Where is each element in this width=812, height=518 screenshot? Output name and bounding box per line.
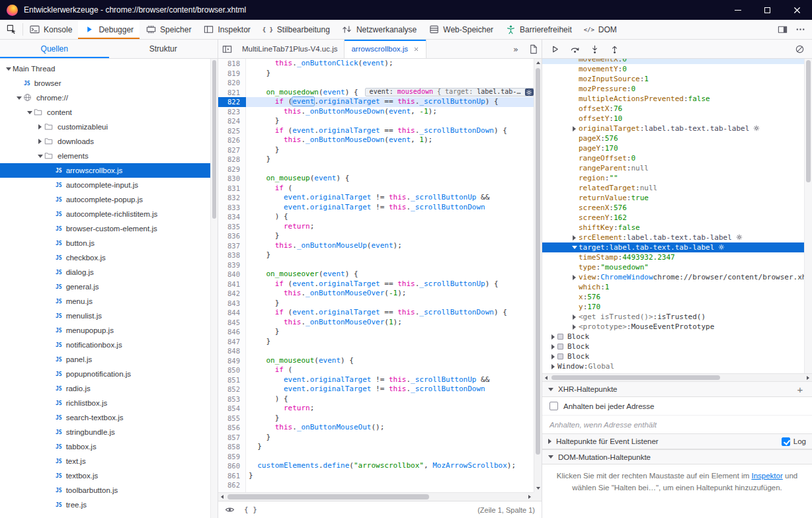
tool-tab-konsole[interactable]: Konsole: [23, 20, 78, 39]
scope-row-target[interactable]: target: label.tab-text.tab-label: [542, 242, 812, 252]
scope-row-movementy[interactable]: movementY: 0: [542, 64, 812, 74]
step-in-button[interactable]: [586, 41, 603, 57]
line-number[interactable]: 822: [218, 97, 246, 107]
inspector-link[interactable]: Inspektor: [751, 472, 782, 480]
scope-row-block[interactable]: Block: [542, 342, 812, 352]
scope-row-mozpressure[interactable]: mozPressure: 0: [542, 84, 812, 94]
tree-item-content[interactable]: content: [0, 105, 218, 120]
scope-row-prototype[interactable]: <prototype>: MouseEventPrototype: [542, 322, 812, 332]
tree-item-radio-js[interactable]: JSradio.js: [0, 381, 218, 396]
chevron-down-icon[interactable]: [36, 155, 44, 158]
sources-scrollbar[interactable]: [210, 59, 218, 518]
line-number[interactable]: 858: [218, 442, 246, 452]
scope-row-offsety[interactable]: offsetY: 10: [542, 114, 812, 124]
scope-row-shiftkey[interactable]: shiftKey: false: [542, 223, 812, 233]
editor-horizontal-scrollbar[interactable]: [218, 492, 534, 501]
chevron-right-icon[interactable]: [36, 124, 44, 130]
scope-row-region[interactable]: region: "": [542, 173, 812, 183]
line-number[interactable]: 850: [218, 365, 246, 375]
scope-row-relatedtarget[interactable]: relatedTarget: null: [542, 183, 812, 193]
tree-item-arrowscrollbox-js[interactable]: JSarrowscrollbox.js: [0, 163, 218, 178]
scope-row-mozinputsource[interactable]: mozInputSource: 1: [542, 74, 812, 84]
tree-item-textbox-js[interactable]: JStextbox.js: [0, 468, 218, 483]
source-tab-arrowscrollbox-js[interactable]: arrowscrollbox.js: [345, 40, 426, 58]
line-number[interactable]: 840: [218, 270, 246, 279]
tree-item-chrome[interactable]: chrome://: [0, 91, 218, 105]
scope-row-type[interactable]: type: "mousedown": [542, 262, 812, 272]
line-number[interactable]: 854: [218, 404, 246, 414]
line-number[interactable]: 836: [218, 231, 246, 241]
scope-row-get-istrusted[interactable]: <get isTrusted()>: isTrusted(): [542, 312, 812, 322]
tree-item-browser[interactable]: JSbrowser: [0, 76, 218, 91]
scope-row-srcelement[interactable]: srcElement: label.tab-text.tab-label: [542, 233, 812, 242]
tree-item-menulist-js[interactable]: JSmenulist.js: [0, 309, 218, 323]
line-number[interactable]: 826: [218, 135, 246, 145]
reveal-in-inspector-icon[interactable]: [753, 125, 760, 132]
line-number[interactable]: 859: [218, 452, 246, 462]
tab-quellen[interactable]: Quellen: [0, 40, 109, 58]
tool-tab-web-speicher[interactable]: Web-Speicher: [423, 20, 499, 39]
line-number[interactable]: 825: [218, 126, 246, 136]
line-number[interactable]: 819: [218, 69, 246, 79]
chevron-right-icon[interactable]: [570, 126, 579, 131]
line-number[interactable]: 832: [218, 193, 246, 203]
scope-row-pagey[interactable]: pageY: 170: [542, 143, 812, 153]
line-number[interactable]: 827: [218, 145, 246, 155]
devtools-menu-icon[interactable]: [795, 24, 805, 34]
line-number[interactable]: 841: [218, 279, 246, 289]
chevron-right-icon[interactable]: [570, 275, 579, 280]
chevron-down-icon[interactable]: [15, 96, 23, 100]
scrollbar-thumb[interactable]: [806, 60, 811, 182]
line-number[interactable]: 820: [218, 78, 246, 88]
line-number[interactable]: 824: [218, 116, 246, 126]
scope-row-block[interactable]: Block: [542, 352, 812, 361]
line-number[interactable]: 855: [218, 414, 246, 424]
scrollbar-thumb[interactable]: [227, 494, 429, 500]
chevron-down-icon[interactable]: [25, 111, 34, 114]
tab-struktur[interactable]: Struktur: [109, 40, 218, 58]
tool-tab-dom[interactable]: </>DOM: [578, 20, 623, 39]
line-number[interactable]: 831: [218, 184, 246, 194]
step-out-button[interactable]: [606, 41, 623, 57]
tree-item-panel-js[interactable]: JSpanel.js: [0, 352, 218, 367]
line-number[interactable]: 837: [218, 241, 246, 251]
tree-item-popupnotification-js[interactable]: JSpopupnotification.js: [0, 367, 218, 381]
chevron-right-icon[interactable]: [570, 314, 579, 320]
xhr-url-input[interactable]: Anhalten, wenn Adresse enthält: [542, 415, 812, 434]
pause-any-url-checkbox[interactable]: [549, 402, 558, 410]
tree-item-tree-js[interactable]: JStree.js: [0, 498, 218, 512]
tree-item-autocomplete-input-js[interactable]: JSautocomplete-input.js: [0, 178, 218, 192]
editor-vertical-scrollbar[interactable]: [534, 59, 542, 492]
source-options-button[interactable]: [524, 44, 542, 54]
add-xhr-breakpoint-button[interactable]: +: [794, 385, 806, 394]
scope-row-screeny[interactable]: screenY: 162: [542, 213, 812, 223]
tree-item-search-textbox-js[interactable]: JSsearch-textbox.js: [0, 410, 218, 425]
scopes-horizontal-scrollbar[interactable]: [542, 373, 812, 382]
tree-item-stringbundle-js[interactable]: JSstringbundle.js: [0, 425, 218, 439]
tree-item-checkbox-js[interactable]: JScheckbox.js: [0, 250, 218, 265]
minimize-button[interactable]: [723, 0, 752, 20]
scope-row-y[interactable]: y: 170: [542, 302, 812, 312]
xhr-breakpoints-header[interactable]: XHR-Haltepunkte +: [542, 382, 812, 397]
tool-tab-barrierefreiheit[interactable]: Barrierefreiheit: [499, 20, 578, 39]
reveal-in-inspector-icon[interactable]: [525, 89, 534, 96]
collapse-sources-button[interactable]: [218, 40, 235, 58]
scope-row-which[interactable]: which: 1: [542, 282, 812, 292]
scope-row-rangeoffset[interactable]: rangeOffset: 0: [542, 153, 812, 163]
tree-item-toolbarbutton-js[interactable]: JStoolbarbutton.js: [0, 483, 218, 498]
scrollbar-thumb[interactable]: [551, 375, 720, 380]
tree-item-general-js[interactable]: JSgeneral.js: [0, 279, 218, 294]
line-number[interactable]: 845: [218, 318, 246, 328]
line-number[interactable]: 835: [218, 222, 246, 232]
chevron-down-icon[interactable]: [570, 246, 579, 249]
line-number[interactable]: 849: [218, 356, 246, 366]
line-number[interactable]: 852: [218, 385, 246, 394]
chevron-right-icon[interactable]: [549, 364, 557, 369]
chevron-down-icon[interactable]: [4, 67, 13, 71]
scope-row-returnvalue[interactable]: returnValue: true: [542, 193, 812, 203]
chevron-right-icon[interactable]: [570, 324, 579, 330]
node-picker-button[interactable]: [0, 20, 22, 39]
scope-row-rangeparent[interactable]: rangeParent: null: [542, 163, 812, 173]
ignore-source-icon[interactable]: [225, 505, 235, 515]
line-number[interactable]: 833: [218, 203, 246, 213]
